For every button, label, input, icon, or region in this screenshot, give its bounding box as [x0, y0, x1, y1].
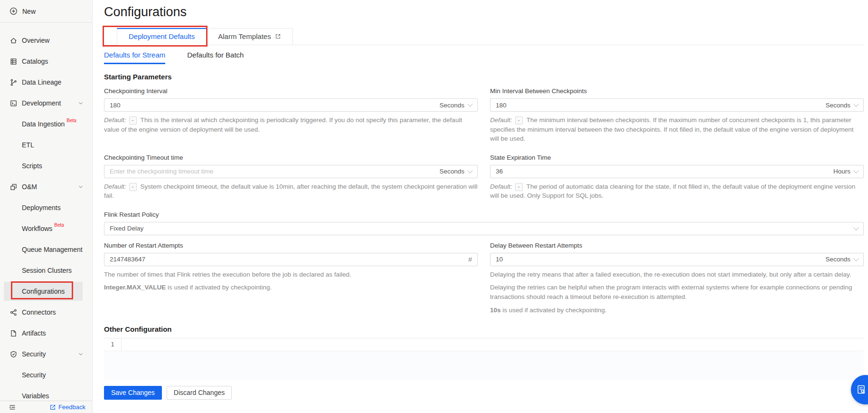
checkpointing-timeout-value[interactable]	[110, 168, 439, 175]
subtab-defaults-for-stream[interactable]: Defaults for Stream	[104, 51, 165, 64]
state-expiration-input[interactable]: Hours	[490, 165, 864, 178]
tab-alarm-templates[interactable]: Alarm Templates	[207, 28, 292, 45]
help-text: System checkpoint timeout, the default v…	[104, 183, 477, 200]
sidebar-item-data-ingestion[interactable]: Data Ingestion Beta	[0, 114, 92, 134]
help-text: The number of times that Flink retries t…	[104, 270, 478, 279]
sidebar-item-label: Scripts	[22, 162, 42, 170]
sidebar-item-label: Queue Management	[22, 246, 83, 253]
number-icon: #	[468, 256, 472, 263]
sidebar-item-label: Catalogs	[22, 58, 48, 65]
chevron-down-icon	[853, 256, 859, 261]
save-changes-button[interactable]: Save Changes	[104, 386, 162, 400]
chevron-down-icon	[853, 168, 859, 173]
min-interval-value[interactable]	[496, 102, 825, 109]
field-min-interval-between-checkpoints: Min Interval Between Checkpoints Seconds…	[490, 87, 864, 144]
beta-badge: Beta	[66, 118, 76, 123]
default-value-box: -	[515, 116, 523, 125]
document-search-icon	[856, 384, 867, 395]
field-label: Checkpointing Interval	[104, 87, 478, 95]
editor-empty-area[interactable]	[104, 351, 864, 380]
sidebar-item-overview[interactable]: Overview	[0, 30, 92, 51]
field-label: Delay Between Restart Attempts	[490, 242, 864, 249]
sidebar-item-label: Security	[22, 350, 46, 358]
main-content: Configurations Deployment Defaults Alarm…	[93, 0, 868, 413]
sidebar-item-deployments[interactable]: Deployments	[0, 197, 92, 218]
restart-attempts-value[interactable]	[110, 256, 468, 263]
plus-circle-icon	[9, 7, 18, 15]
flink-restart-policy-select[interactable]: Fixed Delay	[104, 222, 864, 235]
field-checkpointing-interval: Checkpointing Interval Seconds Default:-…	[104, 87, 478, 144]
default-label: Default:	[490, 116, 512, 124]
branch-icon	[9, 78, 18, 86]
sidebar-item-etl[interactable]: ETL	[0, 134, 92, 155]
help-rest: is used if activated by checkpointing.	[166, 284, 272, 291]
help-text: The minimum interval between checkpoints…	[490, 116, 853, 142]
external-link-icon	[275, 33, 281, 39]
field-help: Default:-The period of automatic data cl…	[490, 182, 864, 201]
sidebar-item-scripts[interactable]: Scripts	[0, 155, 92, 176]
unit-label: Seconds	[439, 168, 464, 175]
tab-bar: Deployment Defaults Alarm Templates	[104, 28, 864, 45]
subtab-defaults-for-batch[interactable]: Defaults for Batch	[187, 51, 244, 64]
chevron-down-icon	[467, 168, 472, 173]
editor-line-number: 1	[104, 338, 122, 351]
unit-select[interactable]: Hours	[833, 168, 858, 175]
editor-line: 1	[104, 338, 864, 351]
state-expiration-value[interactable]	[496, 168, 833, 175]
field-label: State Expiration Time	[490, 154, 864, 161]
default-value-box: -	[129, 183, 137, 191]
sidebar-footer: Feedback	[0, 401, 92, 413]
unit-select[interactable]: Seconds	[825, 256, 858, 263]
sidebar-item-queue-management[interactable]: Queue Management	[0, 239, 92, 260]
unit-select[interactable]: Seconds	[439, 102, 472, 109]
defaults-form: Checkpointing Interval Seconds Default:-…	[104, 87, 864, 400]
sidebar-item-development[interactable]: Development	[0, 93, 92, 114]
help-text: Integer.MAX_VALUE is used if activated b…	[104, 283, 478, 292]
share-nodes-icon	[9, 308, 18, 317]
field-label: Flink Restart Policy	[104, 211, 864, 218]
default-label: Default:	[104, 116, 126, 124]
checkpointing-interval-input[interactable]: Seconds	[104, 98, 478, 112]
form-actions: Save Changes Discard Changes	[104, 386, 864, 400]
sidebar-item-workflows[interactable]: Workflows Beta	[0, 218, 92, 239]
sidebar-item-label: ETL	[22, 141, 34, 149]
collapse-sidebar-icon[interactable]	[9, 403, 16, 411]
tab-deployment-defaults[interactable]: Deployment Defaults	[117, 28, 207, 45]
unit-select[interactable]: Seconds	[825, 102, 858, 109]
editor-code-area[interactable]	[122, 338, 864, 351]
sidebar-item-new[interactable]: New	[0, 0, 92, 22]
chevron-down-icon	[78, 184, 84, 190]
sidebar-item-configurations[interactable]: Configurations	[0, 281, 92, 302]
sidebar-item-security[interactable]: Security	[0, 344, 92, 365]
sidebar-item-security-sub[interactable]: Security	[0, 365, 92, 385]
sidebar-item-connectors[interactable]: Connectors	[0, 302, 92, 323]
discard-changes-button[interactable]: Discard Changes	[167, 386, 232, 400]
unit-select[interactable]: Seconds	[439, 168, 472, 175]
restart-attempts-input[interactable]: #	[104, 253, 478, 266]
field-label: Checkpointing Timeout time	[104, 154, 478, 161]
sidebar-item-session-clusters[interactable]: Session Clusters	[0, 260, 92, 281]
field-delay-between-restart-attempts: Delay Between Restart Attempts Seconds D…	[490, 242, 864, 315]
other-configuration-editor[interactable]: 1	[104, 338, 864, 380]
sidebar-item-data-lineage[interactable]: Data Lineage	[0, 72, 92, 93]
sidebar-item-om[interactable]: O&M	[0, 176, 92, 197]
checkpointing-timeout-input[interactable]: Seconds	[104, 165, 478, 178]
section-other-configuration: Other Configuration	[104, 325, 864, 333]
checkpointing-interval-value[interactable]	[110, 102, 439, 109]
sidebar-item-catalogs[interactable]: Catalogs	[0, 51, 92, 72]
sidebar-item-artifacts[interactable]: Artifacts	[0, 323, 92, 344]
form-row: Number of Restart Attempts # The number …	[104, 242, 864, 315]
selected-option: Fixed Delay	[110, 225, 143, 232]
default-label: Default:	[490, 183, 512, 190]
feedback-link[interactable]: Feedback	[49, 403, 85, 411]
beta-badge: Beta	[54, 222, 64, 228]
restart-delay-input[interactable]: Seconds	[490, 253, 864, 266]
grid-boxes-icon	[9, 183, 18, 191]
field-help: Delaying the retry means that after a fa…	[490, 270, 864, 315]
chevron-down-icon	[853, 225, 859, 230]
min-interval-input[interactable]: Seconds	[490, 98, 864, 112]
sidebar-item-label: Workflows	[22, 225, 52, 232]
restart-delay-value[interactable]	[496, 256, 825, 263]
chevron-down-icon	[853, 101, 859, 106]
sidebar-item-label: Variables	[22, 392, 49, 400]
